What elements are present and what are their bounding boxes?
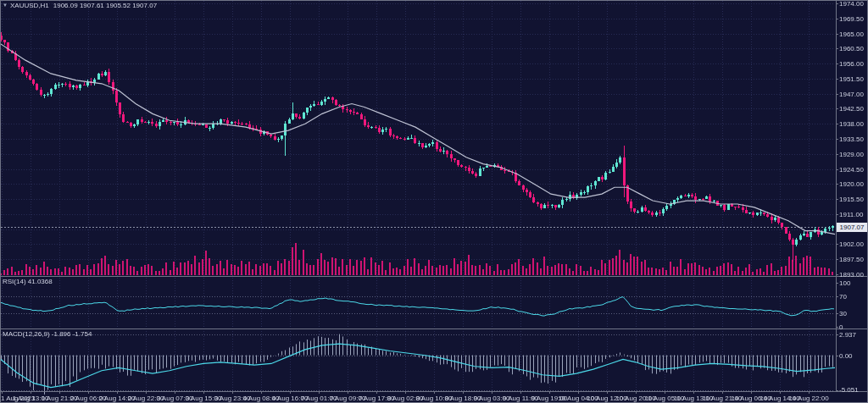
rsi-indicator-label: RSI(14) 41.0368 [3,278,53,285]
rsi-tick-label: 100 [839,279,850,287]
price-tick-label: 1956.00 [839,60,864,68]
price-tick-label: 1933.50 [839,135,864,143]
macd-indicator-label: MACD(12,26,9) -1.896 -1.754 [3,330,92,338]
price-tick-label: 1938.00 [839,120,864,128]
price-axis[interactable]: 1974.001969.501965.001960.501956.001951.… [836,0,868,276]
time-axis[interactable]: 1 Aug 20231 Aug 13:001 Aug 21:002 Aug 06… [0,391,836,403]
rsi-axis[interactable]: 10070300 [836,276,868,328]
rsi-tick-label: 30 [839,310,847,317]
current-price-tag: 1907.07 [837,223,867,232]
price-tick-label: 1902.00 [839,240,864,248]
price-tick-label: 1974.00 [839,0,864,8]
price-tick-label: 1951.50 [839,75,864,83]
chart-title-bar: ▼XAUUSD,H11906.09 1907.61 1905.52 1907.0… [3,2,157,9]
ohlc-values: 1906.09 1907.61 1905.52 1907.07 [53,2,157,9]
time-tick-label: 14 Aug 22:00 [788,395,828,402]
macd-tick-label: 0.00 [839,352,853,360]
price-tick-label: 1929.00 [839,151,864,158]
macd-axis[interactable]: 2.9370.00-5.051 [836,328,868,391]
macd-tick-label: -5.051 [839,386,859,394]
price-tick-label: 1965.00 [839,30,864,38]
price-tick-label: 1897.50 [839,256,864,263]
macd-tick-label: 2.937 [839,331,856,339]
price-tick-label: 1911.00 [839,211,863,218]
chart-canvas[interactable] [0,0,868,403]
symbol-dropdown-icon[interactable]: ▼ [3,3,8,8]
rsi-tick-label: 70 [839,293,847,301]
price-tick-label: 1969.50 [839,15,864,23]
symbol-label: XAUUSD,H1 [10,2,49,9]
mt5-chart-window: ▼XAUUSD,H11906.09 1907.61 1905.52 1907.0… [0,0,868,403]
price-tick-label: 1960.50 [839,45,864,52]
price-tick-label: 1924.50 [839,166,864,174]
price-tick-label: 1915.50 [839,196,864,203]
price-tick-label: 1942.50 [839,105,864,113]
price-tick-label: 1920.00 [839,180,864,188]
price-tick-label: 1947.00 [839,91,864,98]
